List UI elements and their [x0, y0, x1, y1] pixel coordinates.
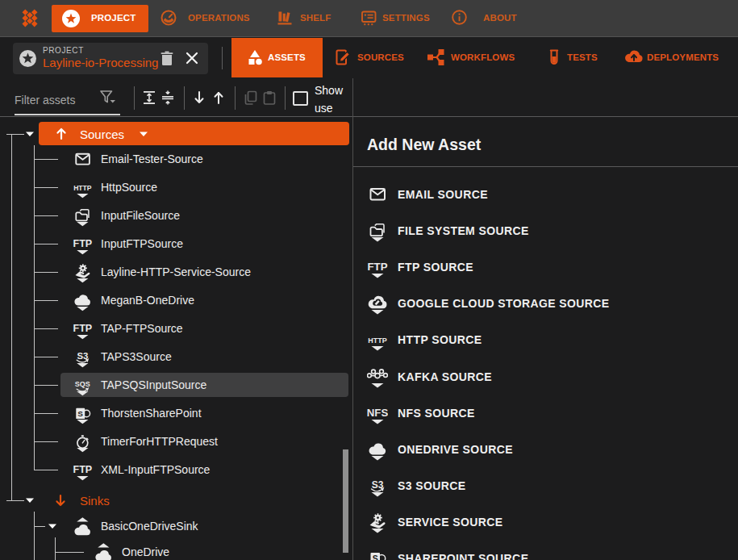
- svg-text:NFS: NFS: [367, 407, 388, 419]
- svg-text:S: S: [372, 554, 377, 560]
- svg-text:SQS: SQS: [75, 380, 90, 388]
- svg-text:HTTP: HTTP: [368, 336, 387, 345]
- svg-text:S: S: [78, 409, 84, 418]
- svg-text:FTP: FTP: [367, 261, 387, 273]
- svg-text:FTP: FTP: [73, 464, 93, 475]
- svg-text:HTTP: HTTP: [73, 183, 92, 191]
- svg-text:FTP: FTP: [73, 238, 93, 249]
- svg-text:FTP: FTP: [73, 323, 93, 334]
